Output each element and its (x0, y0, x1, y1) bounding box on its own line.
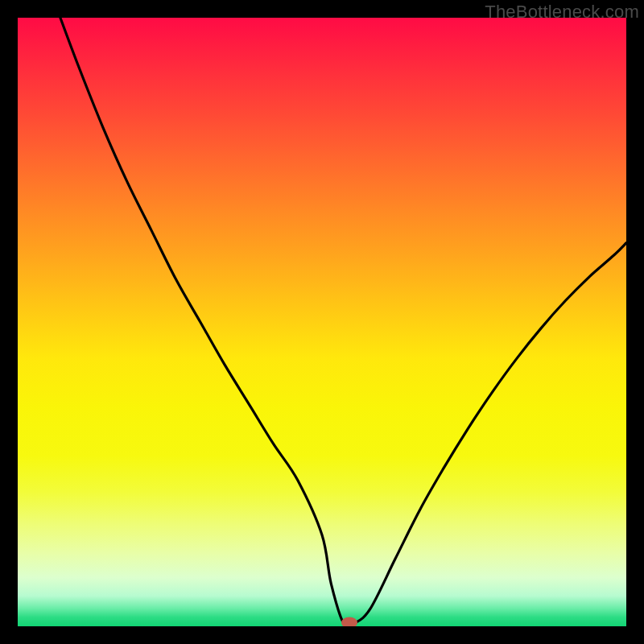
chart-svg (18, 18, 626, 626)
minimum-marker (341, 617, 357, 627)
bottleneck-curve (60, 18, 626, 626)
watermark-text: TheBottleneck.com (485, 2, 639, 23)
chart-frame: TheBottleneck.com (0, 0, 644, 644)
plot-area (18, 18, 626, 626)
